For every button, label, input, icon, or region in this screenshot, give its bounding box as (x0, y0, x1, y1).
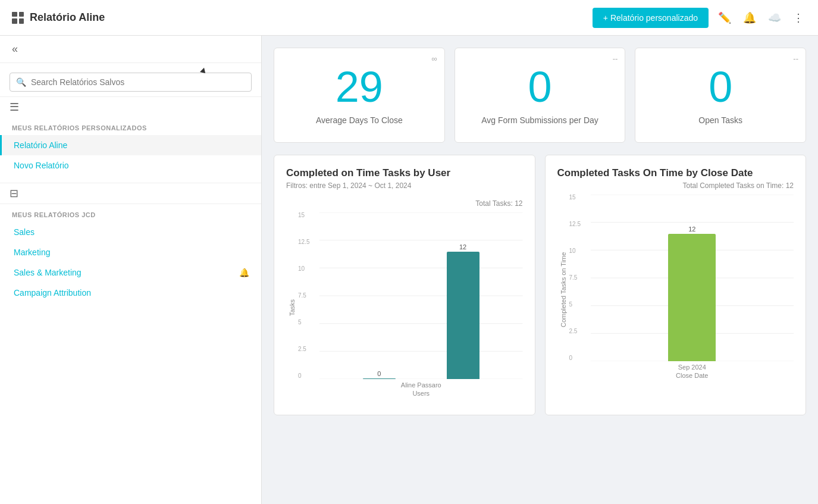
chart1-area: Tasks (286, 212, 523, 403)
sidebar-item-campaign-attribution[interactable]: Campaign Attribution (0, 283, 261, 303)
more-options-icon[interactable]: ⋮ (791, 9, 806, 27)
y-tick: 2.5 (298, 346, 309, 352)
bar-12 (447, 252, 479, 379)
sidebar-nav-row: « (0, 36, 261, 63)
page-title: Relatório Aline (30, 11, 105, 24)
stat-card-open-tasks: -- 0 Open Tasks (635, 48, 806, 143)
main-layout: « 🔍 ☰ Meus relatórios personalizados Rel… (0, 36, 818, 504)
sidebar-item-sales-marketing-label: Sales & Marketing (14, 268, 82, 277)
bar2-group-12: 12 (668, 226, 716, 361)
sidebar: « 🔍 ☰ Meus relatórios personalizados Rel… (0, 36, 262, 504)
chart2-x-axis: Sep 2024 Close Date (591, 361, 794, 385)
chart1-subtitle: Filtros: entre Sep 1, 2024 ~ Oct 1, 2024 (286, 181, 523, 190)
chart2-y-label: Completed Tasks on Time (557, 195, 569, 385)
sidebar-item-relatorio-aline[interactable]: Relatório Aline (0, 135, 261, 155)
my-reports-label: Meus relatórios personalizados (0, 117, 261, 135)
jcd-reports-section: MEUS RELATÓRIOS JCD Sales Marketing Sale… (0, 204, 261, 310)
charts-row: Completed on Time Tasks by User Filtros:… (274, 155, 806, 415)
chart1-y-ticks: 15 12.5 10 7.5 5 2.5 0 (298, 212, 309, 379)
chart1-bars: 0 12 (319, 212, 523, 379)
cloud-icon[interactable]: ☁️ (766, 9, 783, 27)
chart2-x-sep-label: Sep 2024 (678, 364, 706, 371)
bar-value-label: 12 (459, 243, 466, 251)
sidebar-search-area: 🔍 (0, 63, 261, 96)
y-tick: 7.5 (298, 293, 309, 299)
y-tick: 15 (569, 195, 581, 201)
sidebar-item-sales-label: Sales (14, 227, 35, 237)
chart2-inner: Completed Tasks on Time (557, 195, 794, 385)
chart2-grid: 15 12.5 10 7.5 5 2.5 0 (591, 195, 794, 361)
y-tick: 0 (569, 355, 581, 361)
my-reports-section: Meus relatórios personalizados Relatório… (0, 117, 261, 183)
chart2-x-title: Close Date (676, 372, 708, 379)
bell-small-icon: 🔔 (239, 268, 249, 277)
chart2-plot: 15 12.5 10 7.5 5 2.5 0 (569, 195, 794, 385)
stat-card-value-2: 0 (528, 65, 551, 108)
chart1-title: Completed on Time Tasks by User (286, 167, 523, 179)
sidebar-item-marketing-label: Marketing (14, 248, 50, 257)
chart1-y-label: Tasks (286, 212, 298, 403)
jcd-reports-label: MEUS RELATÓRIOS JCD (0, 204, 261, 222)
bar2-value-label: 12 (688, 226, 695, 233)
stat-card-avg-days: ∞ 29 Average Days To Close (274, 48, 445, 143)
bar-value-label: 0 (377, 370, 381, 377)
bell-icon[interactable]: 🔔 (741, 9, 759, 27)
chart1-x-axis: Aline Passaro Users (319, 379, 523, 403)
filter-icon[interactable]: ⊟ (10, 187, 18, 200)
bar2-12 (668, 234, 716, 361)
stat-card-menu-3[interactable]: -- (793, 54, 798, 63)
stat-card-label-1: Average Days To Close (316, 115, 403, 125)
sidebar-item-relatorio-aline-label: Relatório Aline (14, 140, 67, 150)
y-tick: 7.5 (569, 275, 581, 281)
stat-card-menu-2[interactable]: -- (613, 54, 618, 63)
chart2-area: Completed Tasks on Time (557, 195, 794, 385)
chart2-bars: 12 (591, 195, 794, 361)
chart1-total: Total Tasks: 12 (286, 199, 523, 208)
y-tick: 0 (298, 373, 309, 379)
sidebar-item-novo-relatorio-label: Novo Relatório (14, 161, 69, 170)
sidebar-item-sales-marketing[interactable]: Sales & Marketing 🔔 (0, 262, 261, 283)
sidebar-item-novo-relatorio[interactable]: Novo Relatório (0, 155, 261, 176)
y-tick: 10 (569, 248, 581, 254)
chart1-plot: 15 12.5 10 7.5 5 2.5 0 (298, 212, 523, 403)
search-input[interactable] (31, 77, 245, 87)
stat-card-label-2: Avg Form Submissions per Day (481, 115, 598, 125)
sidebar-item-campaign-attribution-label: Campaign Attribution (14, 288, 91, 298)
chart1-inner: Tasks (286, 212, 523, 403)
stat-card-label-3: Open Tasks (698, 115, 742, 125)
bar-group-12: 12 (447, 243, 479, 379)
chart2-y-ticks: 15 12.5 10 7.5 5 2.5 0 (569, 195, 581, 361)
topbar: Relatório Aline + Relatório personalizad… (0, 0, 818, 36)
collapse-button[interactable]: « (10, 40, 20, 58)
y-tick: 12.5 (569, 221, 581, 227)
y-tick: 10 (298, 266, 309, 272)
topbar-left: Relatório Aline (12, 11, 593, 24)
stat-card-value-1: 29 (336, 65, 383, 108)
stat-card-form-submissions: -- 0 Avg Form Submissions per Day (455, 48, 626, 143)
app-grid-icon[interactable] (12, 12, 24, 24)
y-tick: 5 (569, 302, 581, 308)
y-tick: 2.5 (569, 328, 581, 334)
chart2-title: Completed Tasks On Time by Close Date (557, 167, 794, 179)
sidebar-item-marketing[interactable]: Marketing (0, 242, 261, 262)
chart2-total: Total Completed Tasks on Time: 12 (557, 181, 794, 190)
topbar-right: + Relatório personalizado ✏️ 🔔 ☁️ ⋮ (593, 8, 806, 28)
stat-cards-row: ∞ 29 Average Days To Close -- 0 Avg Form… (274, 48, 806, 143)
new-report-button[interactable]: + Relatório personalizado (593, 8, 709, 28)
sidebar-item-sales[interactable]: Sales (0, 222, 261, 242)
bar-group-0: 0 (363, 370, 396, 379)
y-tick: 15 (298, 212, 309, 218)
chart1-x-user-label: Aline Passaro (401, 381, 441, 389)
stat-card-menu-1[interactable]: ∞ (431, 54, 437, 63)
chart-tasks-by-user: Completed on Time Tasks by User Filtros:… (274, 155, 535, 415)
list-icon[interactable]: ☰ (10, 101, 19, 114)
y-tick: 5 (298, 320, 309, 325)
sidebar-icon-row2: ☰ (0, 96, 261, 117)
chart1-x-title: Users (412, 390, 430, 397)
stat-card-value-3: 0 (709, 65, 732, 108)
search-container[interactable]: 🔍 (10, 73, 252, 92)
chart1-grid: 15 12.5 10 7.5 5 2.5 0 (319, 212, 523, 379)
y-tick: 12.5 (298, 239, 309, 245)
chart-tasks-by-date: Completed Tasks On Time by Close Date To… (545, 155, 807, 415)
edit-icon[interactable]: ✏️ (716, 9, 734, 27)
